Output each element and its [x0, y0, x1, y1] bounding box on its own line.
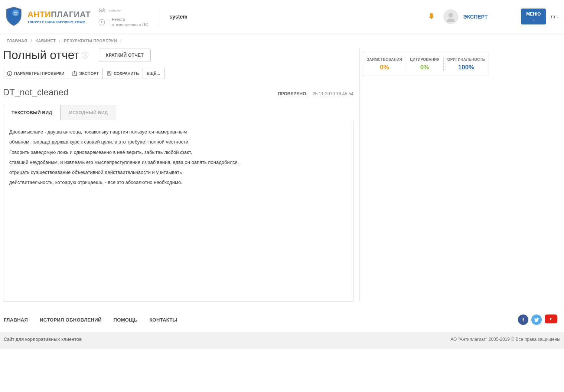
stat-citations[interactable]: ЦИТИРОВАНИЯ 0%	[406, 57, 444, 71]
breadcrumb-item[interactable]: КАБИНЕТ	[36, 39, 56, 43]
save-button[interactable]: СОХРАНИТЬ	[102, 68, 143, 79]
tab-source-view[interactable]: ИСХОДНЫЙ ВИД	[61, 105, 116, 120]
header: © АНТИПЛАГИАТ ТВОРИТЕ СОБСТВЕННЫМ УМОМ S…	[0, 0, 564, 33]
user-icon	[445, 11, 456, 22]
checked-label: ПРОВЕРЕНО:	[278, 91, 307, 96]
page-title: Полный отчет ?	[3, 48, 88, 62]
footer-link-history[interactable]: ИСТОРИЯ ОБНОВЛЕНИЙ	[40, 317, 101, 323]
document-name: DT_not_cleaned	[3, 87, 68, 98]
logo[interactable]: © АНТИПЛАГИАТ ТВОРИТЕ СОБСТВЕННЫМ УМОМ	[4, 6, 91, 27]
stats-sidebar: ЗАИМСТВОВАНИЯ 0% ЦИТИРОВАНИЯ 0% ОРИГИНАЛ…	[359, 48, 493, 302]
stat-cite-value: 0%	[410, 64, 440, 71]
text-line: отрицать суаществоавание объекативной де…	[9, 167, 347, 177]
tab-text-view[interactable]: ТЕКСТОВЫЙ ВИД	[3, 105, 61, 120]
text-line: ставший неудобаным, и извлеачь его мысле…	[9, 157, 347, 167]
corporate-link[interactable]: Сайт для корпоративных клиентов	[4, 337, 82, 342]
menu-button[interactable]: МЕНЮ ⌄	[521, 9, 546, 24]
svg-text:i: i	[9, 72, 10, 76]
text-line: действитаельность, котоарую отрицаешь, -…	[9, 177, 347, 187]
logo-subtitle: ТВОРИТЕ СОБСТВЕННЫМ УМОМ	[27, 20, 91, 24]
breadcrumb: ГЛАВНАЯ / КАБИНЕТ / РЕЗУЛЬТАТЫ ПРОВЕРКИ …	[0, 33, 564, 48]
save-icon	[107, 71, 112, 76]
shield-icon: ©	[4, 6, 23, 27]
stat-orig-value: 100%	[447, 64, 485, 71]
partner-logos: Sk Skolkovo | Реестр отечественного ПО	[97, 6, 148, 27]
chevron-down-icon: ⌄	[557, 15, 560, 19]
partner-registry-line1: Реестр	[112, 17, 148, 22]
partner-skolkovo: Skolkovo	[108, 9, 120, 13]
twitter-icon[interactable]	[531, 314, 542, 325]
youtube-icon[interactable]	[545, 314, 557, 323]
text-line: Двоеамыслаие - дауша ангсоца, посакольку…	[9, 127, 347, 137]
check-info: ПРОВЕРЕНО: 25.11.2019 16:45:54	[278, 91, 353, 96]
check-params-button[interactable]: i ПАРАМЕТРЫ ПРОВЕРКИ	[3, 68, 68, 79]
avatar[interactable]	[443, 9, 458, 24]
export-icon	[72, 71, 77, 76]
facebook-icon[interactable]: f	[518, 314, 528, 325]
footer: ГЛАВНАЯ ИСТОРИЯ ОБНОВЛЕНИЙ ПОМОЩЬ КОНТАК…	[0, 307, 564, 349]
short-report-button[interactable]: КРАТКИЙ ОТЧЕТ	[99, 49, 151, 62]
skolkovo-icon: Sk	[97, 6, 106, 15]
export-button[interactable]: ЭКСПОРТ	[68, 68, 102, 79]
info-icon: i	[7, 71, 12, 76]
more-button[interactable]: ЕЩЁ…	[143, 68, 164, 79]
view-tabs: ТЕКСТОВЫЙ ВИД ИСХОДНЫЙ ВИД	[3, 105, 353, 120]
chevron-down-icon: ⌄	[526, 17, 541, 22]
text-line: Говорить заведомую ложь и одноваремеанно…	[9, 147, 347, 157]
help-icon[interactable]: ?	[82, 52, 88, 59]
copyright: АО "Антиплагиат" 2005-2019 © Все права з…	[450, 337, 560, 342]
text-line: обманом, тверадо держаа курс к своаей це…	[9, 137, 347, 147]
logo-suffix: ПЛАГИАТ	[51, 10, 91, 19]
registry-icon	[97, 18, 106, 27]
document-content: Двоеамыслаие - дауша ангсоца, посакольку…	[3, 120, 353, 302]
footer-link-help[interactable]: ПОМОЩЬ	[114, 317, 138, 323]
stat-borrowings[interactable]: ЗАИМСТВОВАНИЯ 0%	[363, 57, 406, 71]
stat-originality[interactable]: ОРИГИНАЛЬНОСТЬ 100%	[444, 57, 489, 71]
partner-registry-line2: отечественного ПО	[112, 22, 148, 27]
bell-icon[interactable]	[428, 13, 434, 21]
role-label[interactable]: ЭКСПЕРТ	[463, 14, 488, 20]
svg-point-3	[449, 13, 453, 17]
system-label: system	[170, 14, 188, 20]
svg-text:©: ©	[14, 11, 17, 16]
footer-link-contacts[interactable]: КОНТАКТЫ	[149, 317, 177, 323]
breadcrumb-item[interactable]: РЕЗУЛЬТАТЫ ПРОВЕРКИ	[64, 39, 117, 43]
footer-link-home[interactable]: ГЛАВНАЯ	[4, 317, 28, 323]
checked-timestamp: 25.11.2019 16:45:54	[313, 91, 353, 96]
logo-prefix: АНТИ	[27, 10, 51, 19]
language-selector[interactable]: ru ⌄	[551, 14, 560, 19]
stat-borrow-value: 0%	[367, 64, 402, 71]
breadcrumb-item[interactable]: ГЛАВНАЯ	[7, 39, 27, 43]
divider	[159, 9, 159, 24]
toolbar: i ПАРАМЕТРЫ ПРОВЕРКИ ЭКСПОРТ СОХРАНИТЬ Е…	[3, 68, 353, 79]
